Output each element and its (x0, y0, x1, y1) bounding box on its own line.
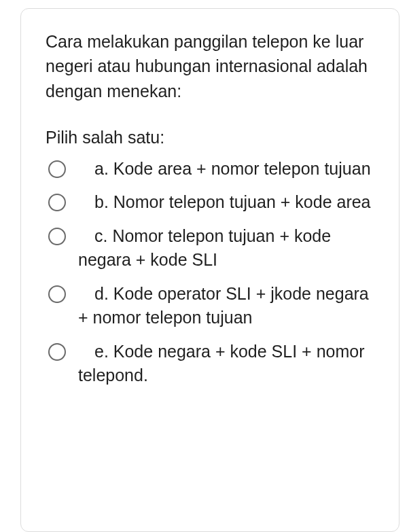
option-label: c. Nomor telepon tujuan + kode negara + … (78, 224, 374, 272)
radio-icon[interactable] (48, 194, 66, 211)
instruction-text: Pilih salah satu: (46, 128, 374, 147)
radio-icon[interactable] (48, 160, 66, 178)
question-text: Cara melakukan panggilan telepon ke luar… (46, 29, 374, 103)
option-label: a. Kode area + nomor telepon tujuan (78, 157, 371, 181)
radio-icon[interactable] (48, 343, 66, 361)
option-c[interactable]: c. Nomor telepon tujuan + kode negara + … (46, 224, 374, 272)
option-label: e. Kode negara + kode SLI + nomor telepo… (78, 340, 374, 388)
option-e[interactable]: e. Kode negara + kode SLI + nomor telepo… (46, 340, 374, 388)
radio-icon[interactable] (48, 285, 66, 303)
question-card: Cara melakukan panggilan telepon ke luar… (20, 8, 399, 532)
options-list: a. Kode area + nomor telepon tujuan b. N… (46, 157, 374, 388)
option-label: d. Kode operator SLI + jkode negara + no… (78, 282, 374, 330)
option-b[interactable]: b. Nomor telepon tujuan + kode area (46, 190, 374, 215)
option-label: b. Nomor telepon tujuan + kode area (78, 190, 371, 215)
option-a[interactable]: a. Kode area + nomor telepon tujuan (46, 157, 374, 181)
option-d[interactable]: d. Kode operator SLI + jkode negara + no… (46, 282, 374, 330)
radio-icon[interactable] (48, 228, 66, 245)
